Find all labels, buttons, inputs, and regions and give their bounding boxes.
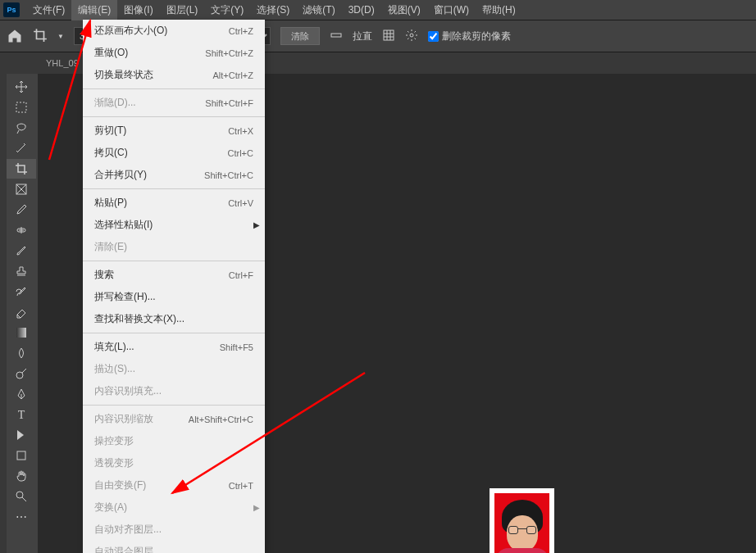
document-tab[interactable]: YHL_09	[38, 55, 87, 71]
frame-tool[interactable]	[7, 179, 36, 199]
grid-icon[interactable]	[382, 29, 395, 44]
path-tool[interactable]	[7, 425, 36, 445]
healing-tool[interactable]	[7, 220, 36, 240]
svg-rect-1	[384, 30, 394, 40]
svg-rect-0	[331, 34, 341, 37]
home-icon[interactable]	[7, 28, 23, 44]
dropdown-item[interactable]: 粘贴(P)Ctrl+V	[83, 192, 265, 214]
dropdown-item: 自动对齐图层...	[83, 519, 265, 541]
dropdown-separator	[83, 261, 265, 261]
dropdown-item[interactable]: 切换最终状态Alt+Ctrl+Z	[83, 64, 265, 86]
eyedropper-tool[interactable]	[7, 200, 36, 220]
dropdown-item[interactable]: 还原画布大小(O)Ctrl+Z	[83, 20, 265, 42]
brush-tool[interactable]	[7, 241, 36, 261]
dropdown-shortcut: Ctrl+F	[229, 270, 253, 280]
dropdown-separator	[83, 188, 265, 189]
dropdown-shortcut: Ctrl+V	[228, 198, 253, 208]
dropdown-item[interactable]: 选择性粘贴(I)▶	[83, 214, 265, 236]
dropdown-item-label: 合并拷贝(Y)	[94, 168, 147, 182]
delete-crop-input[interactable]	[428, 31, 439, 42]
chevron-down-icon[interactable]: ▼	[57, 33, 64, 40]
dropdown-item-label: 还原画布大小(O)	[94, 24, 167, 38]
dropdown-shortcut: Alt+Ctrl+Z	[212, 70, 253, 80]
tool-panel: T ⋯	[7, 74, 38, 553]
dropdown-item-label: 内容识别缩放	[94, 412, 153, 426]
dropdown-item-label: 渐隐(D)...	[94, 96, 136, 110]
dropdown-item-label: 粘贴(P)	[94, 196, 127, 210]
gradient-tool[interactable]	[7, 323, 36, 342]
menu-window[interactable]: 窗口(W)	[427, 0, 476, 20]
dropdown-separator	[83, 405, 265, 406]
tool-panel-edge	[0, 74, 7, 553]
crop-tool[interactable]	[7, 159, 36, 179]
svg-rect-12	[16, 328, 26, 338]
menu-select[interactable]: 选择(S)	[250, 0, 296, 20]
dropdown-item-label: 清除(E)	[94, 240, 127, 254]
move-tool[interactable]	[7, 77, 36, 97]
dropdown-item: 自动混合图层...	[83, 541, 265, 553]
dropdown-item: 内容识别缩放Alt+Shift+Ctrl+C	[83, 408, 265, 430]
dropdown-shortcut: Ctrl+X	[228, 126, 253, 136]
dropdown-item-label: 自动混合图层...	[94, 545, 162, 553]
svg-rect-15	[17, 451, 25, 460]
menu-view[interactable]: 视图(V)	[381, 0, 427, 20]
type-tool[interactable]: T	[7, 405, 36, 424]
dropdown-item: 内容识别填充...	[83, 380, 265, 402]
dropdown-item[interactable]: 重做(O)Shift+Ctrl+Z	[83, 42, 265, 64]
dropdown-item[interactable]: 填充(L)...Shift+F5	[83, 336, 265, 358]
clear-button[interactable]: 清除	[280, 27, 320, 45]
menu-image[interactable]: 图像(I)	[117, 0, 159, 20]
submenu-arrow-icon: ▶	[253, 503, 260, 512]
dropdown-item[interactable]: 搜索Ctrl+F	[83, 264, 265, 286]
pen-tool[interactable]	[7, 384, 36, 404]
delete-crop-checkbox[interactable]: 删除裁剪的像素	[428, 29, 511, 43]
zoom-tool[interactable]	[7, 487, 36, 506]
menu-type[interactable]: 文字(Y)	[204, 0, 250, 20]
blur-tool[interactable]	[7, 343, 36, 363]
more-tool[interactable]: ⋯	[7, 507, 36, 527]
dropdown-shortcut: Alt+Shift+Ctrl+C	[189, 415, 253, 424]
dropdown-item[interactable]: 查找和替换文本(X)...	[83, 308, 265, 330]
svg-rect-7	[16, 102, 26, 112]
magic-wand-tool[interactable]	[7, 138, 36, 158]
stamp-tool[interactable]	[7, 261, 36, 281]
dropdown-item-label: 拷贝(C)	[94, 146, 128, 160]
gear-icon[interactable]	[405, 29, 418, 44]
menu-layer[interactable]: 图层(L)	[160, 0, 205, 20]
delete-crop-label: 删除裁剪的像素	[442, 29, 511, 43]
dropdown-item[interactable]: 合并拷贝(Y)Shift+Ctrl+C	[83, 164, 265, 186]
straighten-icon[interactable]	[330, 29, 343, 44]
menu-help[interactable]: 帮助(H)	[476, 0, 522, 20]
dropdown-item-label: 透视变形	[94, 456, 134, 470]
marquee-tool[interactable]	[7, 97, 36, 117]
svg-point-16	[16, 492, 23, 498]
history-brush-tool[interactable]	[7, 282, 36, 301]
dropdown-item[interactable]: 剪切(T)Ctrl+X	[83, 120, 265, 142]
dodge-tool[interactable]	[7, 364, 36, 383]
menu-3d[interactable]: 3D(D)	[342, 1, 381, 19]
dropdown-item: 操控变形	[83, 430, 265, 452]
dropdown-item-label: 拼写检查(H)...	[94, 290, 156, 304]
submenu-arrow-icon: ▶	[253, 220, 260, 229]
dropdown-item-label: 查找和替换文本(X)...	[94, 312, 184, 326]
crop-tool-icon[interactable]	[33, 28, 48, 45]
dropdown-shortcut: Ctrl+Z	[229, 26, 253, 36]
menu-edit[interactable]: 编辑(E)	[71, 0, 117, 20]
dropdown-item: 自由变换(F)Ctrl+T	[83, 474, 265, 496]
dropdown-shortcut: Shift+Ctrl+Z	[205, 48, 253, 58]
dropdown-item: 变换(A)▶	[83, 496, 265, 519]
dropdown-shortcut: Shift+Ctrl+C	[204, 170, 253, 180]
hand-tool[interactable]	[7, 466, 36, 486]
dropdown-item: 渐隐(D)...Shift+Ctrl+F	[83, 92, 265, 114]
dropdown-item[interactable]: 拷贝(C)Ctrl+C	[83, 142, 265, 164]
menu-file[interactable]: 文件(F)	[26, 0, 71, 20]
dropdown-item[interactable]: 拼写检查(H)...	[83, 286, 265, 308]
lasso-tool[interactable]	[7, 118, 36, 138]
dropdown-item-label: 搜索	[94, 268, 114, 282]
dropdown-separator	[83, 88, 265, 89]
svg-text:T: T	[18, 409, 25, 421]
menu-filter[interactable]: 滤镜(T)	[296, 0, 341, 20]
eraser-tool[interactable]	[7, 302, 36, 322]
shape-tool[interactable]	[7, 446, 36, 465]
dropdown-item-label: 变换(A)	[94, 501, 127, 514]
